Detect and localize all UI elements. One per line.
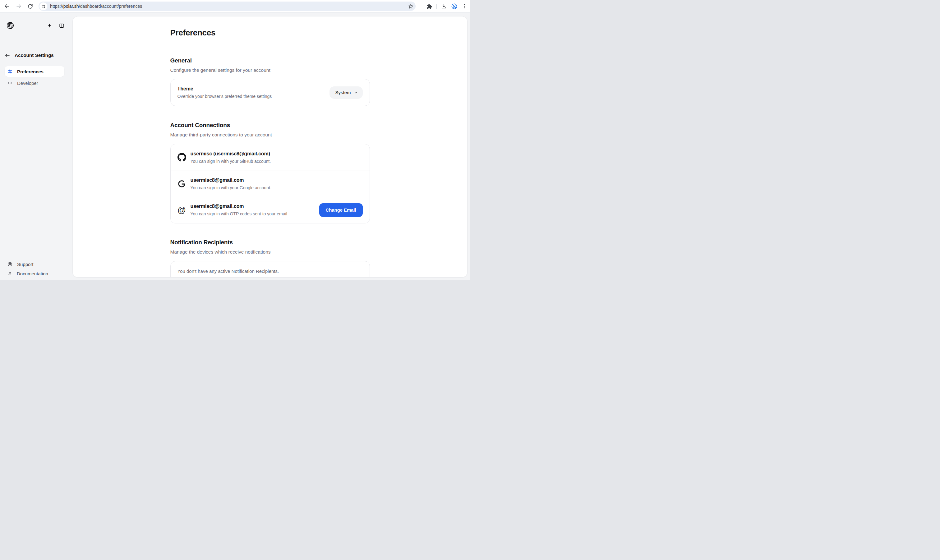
connection-row-github: usermisc (usermisc8@gmail.com) You can s… <box>171 144 369 171</box>
connection-text: usermisc8@gmail.com You can sign in with… <box>191 203 287 217</box>
address-bar[interactable]: https://polar.sh/dashboard/account/prefe… <box>38 2 415 11</box>
arrow-up-right-icon <box>8 271 12 276</box>
github-icon <box>177 153 186 162</box>
browser-menu-button[interactable] <box>462 3 467 9</box>
quick-actions-button[interactable] <box>47 23 52 28</box>
connection-title: usermisc8@gmail.com <box>191 203 287 209</box>
section-description-notifications: Manage the devices which receive notific… <box>170 249 370 255</box>
connection-row-google: usermisc8@gmail.com You can sign in with… <box>171 171 369 197</box>
sidebar-item-preferences[interactable]: Preferences <box>5 66 65 77</box>
connection-description: You can sign in with OTP codes sent to y… <box>191 211 287 217</box>
site-info-chip[interactable] <box>40 3 47 10</box>
download-icon <box>441 3 447 9</box>
sidebar-toggle-button[interactable] <box>59 23 65 28</box>
lightning-icon <box>47 23 52 28</box>
extensions-button[interactable] <box>426 3 432 9</box>
profile-button[interactable] <box>451 3 458 10</box>
sidebar-item-label: Developer <box>17 80 38 86</box>
back-icon <box>4 3 10 9</box>
google-icon <box>177 179 186 188</box>
url-path: /dashboard/account/preferences <box>79 4 142 9</box>
at-sign-icon: @ <box>177 206 186 214</box>
back-button[interactable] <box>2 1 12 11</box>
panel-toggle-icon <box>59 23 65 28</box>
section-heading-connections: Account Connections <box>170 121 370 129</box>
connection-row-email: @ usermisc8@gmail.com You can sign in wi… <box>171 197 369 223</box>
sidebar-item-label: Documentation <box>17 271 48 276</box>
connection-description: You can sign in with your Google account… <box>191 185 271 191</box>
profile-icon <box>451 3 458 10</box>
connection-title: usermisc (usermisc8@gmail.com) <box>191 151 271 157</box>
theme-description: Override your browser's preferred theme … <box>177 94 272 100</box>
adjustments-icon <box>8 69 12 74</box>
sidebar-item-support[interactable]: Support <box>5 260 65 269</box>
connection-title: usermisc8@gmail.com <box>191 177 271 183</box>
theme-select[interactable]: System <box>329 86 362 99</box>
forward-button[interactable] <box>13 1 24 11</box>
connection-description: You can sign in with your GitHub account… <box>191 158 271 165</box>
theme-setting-card: Theme Override your browser's preferred … <box>170 79 370 106</box>
forward-icon <box>15 3 22 9</box>
section-description-connections: Manage third-party connections to your a… <box>170 131 370 138</box>
reload-button[interactable] <box>25 1 35 11</box>
back-label: Account Settings <box>15 52 54 58</box>
kebab-menu-icon <box>462 3 467 9</box>
change-email-button[interactable]: Change Email <box>319 203 363 217</box>
connection-text: usermisc8@gmail.com You can sign in with… <box>191 177 271 191</box>
reload-icon <box>27 3 33 9</box>
url-domain: polar.sh <box>63 4 79 9</box>
section-heading-notifications: Notification Recipients <box>170 238 370 246</box>
theme-setting-text: Theme Override your browser's preferred … <box>177 85 272 100</box>
sidebar-item-label: Support <box>17 262 34 267</box>
connection-text: usermisc (usermisc8@gmail.com) You can s… <box>191 151 271 165</box>
section-heading-general: General <box>170 57 370 65</box>
browser-toolbar: https://polar.sh/dashboard/account/prefe… <box>0 0 470 12</box>
url-scheme: https:// <box>50 4 63 9</box>
main-panel: Preferences General Configure the genera… <box>72 16 468 277</box>
downloads-button[interactable] <box>441 3 447 9</box>
notification-recipients-card: You don't have any active Notification R… <box>170 261 370 277</box>
bookmark-button[interactable] <box>408 3 414 9</box>
back-to-dashboard[interactable]: Account Settings <box>5 51 68 60</box>
sidebar-item-developer[interactable]: Developer <box>5 78 65 88</box>
back-arrow-icon <box>5 52 10 58</box>
site-info-icon <box>41 4 46 9</box>
lifebuoy-icon <box>8 262 12 267</box>
bookmark-star-icon <box>408 3 414 9</box>
page-title: Preferences <box>170 28 370 38</box>
code-icon <box>8 80 12 85</box>
sidebar: Account Settings Preferences Developer S… <box>0 12 72 280</box>
theme-selected-value: System <box>335 90 351 95</box>
url-text: https://polar.sh/dashboard/account/prefe… <box>50 4 142 9</box>
theme-label: Theme <box>177 85 272 92</box>
polar-logo[interactable] <box>6 22 14 29</box>
sidebar-item-label: Preferences <box>17 69 43 74</box>
connections-card: usermisc (usermisc8@gmail.com) You can s… <box>170 144 370 223</box>
chevron-down-icon <box>354 91 358 94</box>
sidebar-divider <box>5 275 66 276</box>
extensions-icon <box>426 3 432 9</box>
sidebar-item-documentation[interactable]: Documentation <box>5 269 65 278</box>
browser-window: https://polar.sh/dashboard/account/prefe… <box>0 0 470 280</box>
section-description-general: Configure the general settings for your … <box>170 67 370 74</box>
empty-state-text: You don't have any active Notification R… <box>177 268 363 274</box>
